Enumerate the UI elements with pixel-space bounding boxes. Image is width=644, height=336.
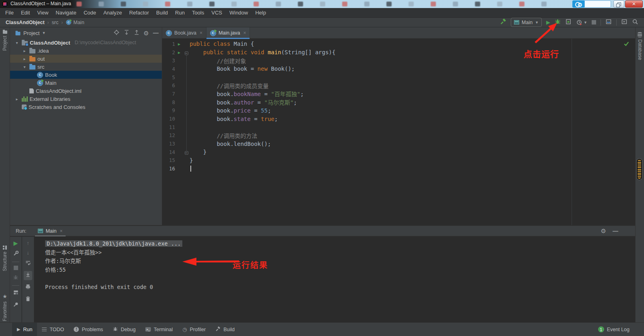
- menu-item-help[interactable]: Help: [252, 9, 270, 16]
- menu-item-edit[interactable]: Edit: [17, 9, 33, 16]
- menu-item-window[interactable]: Window: [226, 9, 252, 16]
- tree-expander-icon[interactable]: ▸: [22, 49, 27, 53]
- inspection-ok-checkmark-icon[interactable]: [623, 41, 630, 48]
- chevron-down-icon[interactable]: ▼: [42, 31, 45, 35]
- toolwindow-button-structure[interactable]: Structure: [0, 246, 10, 271]
- fold-marker-icon[interactable]: −: [183, 149, 190, 155]
- toolwindow-button-todo[interactable]: TODO: [37, 323, 69, 336]
- run-configuration-select[interactable]: Main ▼: [511, 18, 542, 27]
- fold-marker-icon[interactable]: −: [183, 49, 190, 55]
- cloud-app-icon[interactable]: [572, 0, 584, 8]
- run-console-tab[interactable]: Main ×: [36, 226, 64, 236]
- code-editor[interactable]: 1▶public class Main {2▶− public static v…: [162, 39, 635, 225]
- clear-console-trash-icon[interactable]: [25, 296, 31, 303]
- profiler-button[interactable]: ▼: [576, 19, 587, 26]
- toolwindow-button-project[interactable]: Project: [0, 31, 10, 51]
- tree-item-src[interactable]: ▾src: [10, 63, 162, 71]
- editor-tab-book-java[interactable]: Book.java×: [162, 27, 206, 39]
- code-line-2: 2▶− public static void main(String[] arg…: [162, 48, 635, 57]
- toolwindow-button-profiler[interactable]: ◷Profiler: [178, 323, 211, 336]
- event-log-button[interactable]: 1 Event Log: [598, 326, 630, 332]
- debug-button[interactable]: [555, 18, 561, 26]
- project-settings-gear-icon[interactable]: ⚙: [144, 30, 149, 36]
- blurred-desktop-icon: [143, 2, 148, 6]
- toolwindow-button-debug[interactable]: Debug: [108, 323, 140, 336]
- close-icon[interactable]: ×: [243, 30, 246, 36]
- collapse-all-button[interactable]: [134, 29, 140, 37]
- fold-box-icon[interactable]: −: [185, 151, 188, 155]
- search-everywhere-button[interactable]: [632, 18, 638, 27]
- code-line-1: 1▶public class Main {: [162, 40, 635, 48]
- scroll-indicator-capsule[interactable]: [637, 159, 642, 180]
- toolwindows-button[interactable]: [605, 18, 612, 27]
- editor-tab-main-java[interactable]: Main.java×: [206, 27, 250, 39]
- toolwindow-button-problems[interactable]: !Problems: [69, 323, 108, 336]
- toolwindow-button-label: Build: [223, 327, 235, 332]
- up-stack-trace-button[interactable]: ↑: [27, 240, 29, 246]
- overlay-input-box[interactable]: [584, 0, 611, 8]
- code-text: book.author = "马尔克斯";: [190, 98, 297, 106]
- run-line-marker-icon[interactable]: ▶: [175, 42, 183, 46]
- close-icon[interactable]: ×: [60, 228, 63, 234]
- run-anything-button[interactable]: [621, 18, 627, 27]
- fold-box-icon[interactable]: −: [185, 51, 188, 55]
- close-icon[interactable]: ×: [200, 30, 202, 36]
- down-stack-trace-button[interactable]: ↓: [27, 250, 29, 255]
- tree-item-classandobject[interactable]: ▾ClassAndObjectD:\mycode\ClassAndObject: [10, 39, 162, 47]
- expand-all-button[interactable]: [124, 29, 130, 37]
- tree-item-main[interactable]: Main: [10, 79, 162, 87]
- toolwindow-button-terminal[interactable]: >_Terminal: [140, 323, 178, 336]
- tree-item-external-libraries[interactable]: ▸External Libraries: [10, 95, 162, 103]
- window-close-button[interactable]: ✕: [625, 0, 643, 8]
- toolwindow-button-build[interactable]: Build: [211, 323, 239, 336]
- tree-expander-icon[interactable]: ▸: [22, 57, 27, 61]
- scroll-to-end-button[interactable]: [24, 271, 32, 280]
- run-button[interactable]: ▶: [546, 20, 550, 25]
- menu-item-analyze[interactable]: Analyze: [100, 9, 126, 16]
- pin-tab-button[interactable]: [13, 301, 19, 309]
- menu-item-tools[interactable]: Tools: [188, 9, 208, 16]
- menu-item-run[interactable]: Run: [171, 9, 188, 16]
- run-tool-window: Run: Main × ⚙ — ▶ ↑ ↓: [10, 225, 635, 322]
- soft-wrap-button[interactable]: [25, 260, 31, 267]
- class-icon: [166, 30, 172, 36]
- build-hammer-icon[interactable]: [500, 18, 506, 27]
- menu-item-refactor[interactable]: Refactor: [126, 9, 153, 16]
- window-restore-button[interactable]: [613, 0, 624, 8]
- print-button[interactable]: [25, 284, 31, 291]
- menu-item-code[interactable]: Code: [80, 9, 100, 16]
- tree-item-out[interactable]: ▸out: [10, 55, 162, 63]
- toolwindow-button-run[interactable]: ▶Run: [12, 323, 37, 336]
- menu-item-build[interactable]: Build: [153, 9, 171, 16]
- hide-panel-button[interactable]: —: [153, 30, 159, 36]
- hide-run-panel-button[interactable]: —: [613, 228, 618, 234]
- restore-layout-button[interactable]: [13, 289, 19, 297]
- breadcrumb-item-classandobject[interactable]: ClassAndObject: [6, 20, 45, 25]
- breadcrumb-item-main[interactable]: Main: [73, 20, 84, 25]
- toolwindow-button-favorites[interactable]: ★ Favorites: [0, 293, 10, 321]
- rerun-button[interactable]: ▶: [14, 240, 18, 246]
- code-text: book.state = true;: [190, 116, 278, 122]
- project-panel-title[interactable]: Project: [23, 30, 39, 36]
- build-hammer-icon: [215, 326, 221, 333]
- tree-expander-icon[interactable]: ▸: [14, 97, 20, 101]
- run-console-output[interactable]: D:\Java\jdk1.8.0_201\jdk\bin\java.exe ..…: [35, 237, 635, 322]
- menu-item-view[interactable]: View: [33, 9, 52, 16]
- menu-item-file[interactable]: File: [2, 9, 17, 16]
- tree-expander-icon[interactable]: ▾: [22, 65, 27, 69]
- tree-item-book[interactable]: Book: [10, 71, 162, 79]
- console-wrench-icon[interactable]: [13, 250, 19, 258]
- run-with-coverage-button[interactable]: [565, 18, 572, 27]
- tree-item-scratches-and-consoles[interactable]: Scratches and Consoles: [10, 103, 162, 111]
- tree-item-idea[interactable]: ▸.idea: [10, 47, 162, 55]
- locate-file-button[interactable]: [114, 29, 120, 37]
- tree-item-classandobject-iml[interactable]: ClassAndObject.iml: [10, 87, 162, 95]
- tree-expander-icon[interactable]: ▾: [14, 41, 20, 45]
- menu-item-navigate[interactable]: Navigate: [52, 9, 80, 16]
- breadcrumb-item-src[interactable]: src: [52, 20, 59, 25]
- toolwindow-button-database[interactable]: Database: [636, 32, 644, 60]
- menu-item-vcs[interactable]: VCS: [208, 9, 226, 16]
- code-line-10: 10 book.state = true;: [162, 115, 635, 123]
- console-settings-gear-icon[interactable]: ⚙: [601, 228, 606, 234]
- run-line-marker-icon[interactable]: ▶: [175, 50, 183, 55]
